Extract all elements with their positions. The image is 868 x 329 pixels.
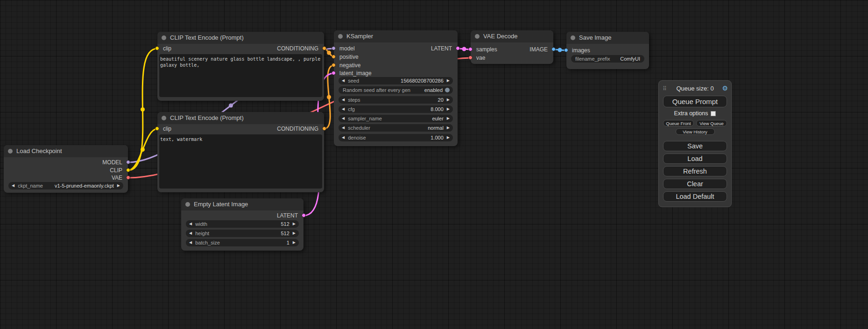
increment-arrow-icon[interactable]: ▶ — [293, 230, 296, 237]
slot-label: LATENT — [431, 45, 458, 52]
decrement-arrow-icon[interactable]: ◀ — [342, 134, 345, 141]
node-title-bar[interactable]: KSampler — [334, 30, 458, 42]
conditioning-output-dot[interactable] — [322, 126, 326, 131]
collapse-dot-icon[interactable] — [185, 202, 190, 207]
increment-arrow-icon[interactable]: ▶ — [293, 220, 296, 228]
node-empty-latent-image[interactable]: Empty Latent Image LATENT ◀ width 512 ▶ … — [181, 198, 303, 251]
node-title-bar[interactable]: VAE Decode — [471, 30, 553, 42]
widget-cfg[interactable]: ◀ cfg 8.000 ▶ — [339, 105, 453, 113]
image-output-dot[interactable] — [551, 47, 556, 51]
output-slot-latent: LATENT — [334, 45, 458, 52]
refresh-button[interactable]: Refresh — [663, 166, 727, 176]
widget-name: height — [195, 231, 209, 236]
widget-seed[interactable]: ◀ seed 156680208700286 ▶ — [339, 77, 453, 84]
increment-arrow-icon[interactable]: ▶ — [447, 115, 450, 122]
collapse-dot-icon[interactable] — [571, 35, 575, 40]
extra-options-checkbox[interactable] — [711, 111, 716, 116]
queue-size-label: Queue size: 0 — [676, 85, 713, 92]
toggle-knob-icon[interactable] — [445, 88, 450, 92]
latent-image-input-dot[interactable] — [332, 71, 336, 75]
widget-name: scheduler — [348, 125, 370, 131]
image-link-midpoint-dot — [558, 48, 562, 52]
collapse-dot-icon[interactable] — [162, 35, 166, 40]
widget-batch-size[interactable]: ◀ batch_size 1 ▶ — [186, 239, 299, 246]
settings-gear-icon[interactable]: ⚙ — [722, 84, 728, 93]
decrement-arrow-icon[interactable]: ◀ — [189, 220, 192, 228]
node-title-bar[interactable]: Save Image — [566, 32, 649, 44]
latent-output-dot[interactable] — [302, 213, 306, 217]
comfyui-menu-panel: ⠿ Queue size: 0 ⚙ Queue Prompt Extra opt… — [658, 80, 732, 207]
node-graph-canvas[interactable]: Load Checkpoint MODEL CLIP VAE ◀ ckpt_na… — [0, 0, 868, 329]
node-title-bar[interactable]: CLIP Text Encode (Prompt) — [157, 112, 324, 124]
output-slot-vae: VAE — [4, 174, 128, 182]
latent-output-dot[interactable] — [456, 46, 460, 50]
widget-width[interactable]: ◀ width 512 ▶ — [186, 220, 299, 228]
widget-random-seed-toggle[interactable]: Random seed after every gen enabled — [339, 86, 453, 94]
view-history-button[interactable]: View History — [676, 128, 715, 135]
increment-arrow-icon[interactable]: ▶ — [447, 96, 450, 104]
node-title-label: Empty Latent Image — [194, 201, 248, 208]
view-queue-button[interactable]: View Queue — [696, 120, 727, 126]
node-vae-decode[interactable]: VAE Decode samples IMAGE vae — [471, 30, 553, 64]
decrement-arrow-icon[interactable]: ◀ — [342, 105, 345, 113]
widget-filename-prefix[interactable]: filename_prefix ComfyUI — [571, 55, 644, 63]
collapse-dot-icon[interactable] — [162, 116, 166, 120]
widget-ckpt-name[interactable]: ◀ ckpt_name v1-5-pruned-emaonly.ckpt ▶ — [8, 182, 123, 189]
prompt-textarea[interactable]: text, watermark — [159, 134, 322, 189]
node-title-label: KSampler — [346, 33, 373, 40]
conditioning-output-dot[interactable] — [322, 46, 326, 50]
node-title-bar[interactable]: Load Checkpoint — [4, 145, 128, 157]
collapse-dot-icon[interactable] — [8, 149, 13, 154]
collapse-dot-icon[interactable] — [338, 34, 343, 39]
queue-front-button[interactable]: Queue Front — [663, 120, 694, 126]
save-button[interactable]: Save — [663, 141, 727, 151]
collapse-dot-icon[interactable] — [475, 34, 480, 39]
positive-input-dot[interactable] — [332, 55, 336, 59]
clip-output-dot[interactable] — [126, 168, 130, 172]
load-default-button[interactable]: Load Default — [663, 191, 727, 202]
menu-header: ⠿ Queue size: 0 ⚙ — [663, 84, 727, 93]
negative-input-dot[interactable] — [332, 63, 336, 67]
load-button[interactable]: Load — [663, 154, 727, 164]
node-title-bar[interactable]: CLIP Text Encode (Prompt) — [157, 32, 324, 44]
increment-arrow-icon[interactable]: ▶ — [293, 239, 296, 246]
decrement-arrow-icon[interactable]: ◀ — [342, 115, 345, 122]
vae-output-dot[interactable] — [126, 175, 130, 180]
node-clip-text-encode-positive[interactable]: CLIP Text Encode (Prompt) clip CONDITION… — [157, 32, 324, 101]
widget-sampler-name[interactable]: ◀ sampler_name euler ▶ — [339, 115, 453, 122]
input-slot-positive: positive — [334, 53, 458, 61]
images-input-dot[interactable] — [564, 48, 568, 52]
widget-scheduler[interactable]: ◀ scheduler normal ▶ — [339, 124, 453, 132]
drag-handle-icon[interactable]: ⠿ — [663, 84, 667, 93]
node-clip-text-encode-negative[interactable]: CLIP Text Encode (Prompt) clip CONDITION… — [157, 112, 324, 192]
increment-arrow-icon[interactable]: ▶ — [117, 182, 120, 189]
prompt-textarea[interactable]: beautiful scenery nature glass bottle la… — [159, 54, 322, 97]
decrement-arrow-icon[interactable]: ◀ — [342, 124, 345, 132]
increment-arrow-icon[interactable]: ▶ — [447, 134, 450, 141]
negative-conditioning-link-midpoint-dot — [327, 95, 331, 99]
node-title-bar[interactable]: Empty Latent Image — [181, 198, 303, 210]
decrement-arrow-icon[interactable]: ◀ — [189, 230, 192, 237]
queue-prompt-button[interactable]: Queue Prompt — [663, 96, 727, 107]
widget-value: normal — [428, 125, 444, 131]
increment-arrow-icon[interactable]: ▶ — [447, 105, 450, 113]
model-output-dot[interactable] — [126, 160, 130, 164]
widget-height[interactable]: ◀ height 512 ▶ — [186, 230, 299, 237]
widget-name: sampler_name — [348, 116, 382, 121]
output-slot-model: MODEL — [4, 159, 128, 166]
extra-options-label: Extra options — [674, 110, 708, 117]
widget-denoise[interactable]: ◀ denoise 1.000 ▶ — [339, 134, 453, 141]
node-ksampler[interactable]: KSampler model LATENT positive negative … — [334, 30, 458, 146]
node-save-image[interactable]: Save Image images filename_prefix ComfyU… — [566, 32, 649, 69]
decrement-arrow-icon[interactable]: ◀ — [342, 77, 345, 84]
decrement-arrow-icon[interactable]: ◀ — [189, 239, 192, 246]
clear-button[interactable]: Clear — [663, 179, 727, 189]
increment-arrow-icon[interactable]: ▶ — [447, 77, 450, 84]
increment-arrow-icon[interactable]: ▶ — [447, 124, 450, 132]
node-load-checkpoint[interactable]: Load Checkpoint MODEL CLIP VAE ◀ ckpt_na… — [4, 145, 128, 193]
vae-input-dot[interactable] — [468, 56, 473, 60]
decrement-arrow-icon[interactable]: ◀ — [12, 182, 14, 189]
widget-name: Random seed after every gen — [343, 87, 410, 93]
decrement-arrow-icon[interactable]: ◀ — [342, 96, 345, 104]
widget-steps[interactable]: ◀ steps 20 ▶ — [339, 96, 453, 104]
